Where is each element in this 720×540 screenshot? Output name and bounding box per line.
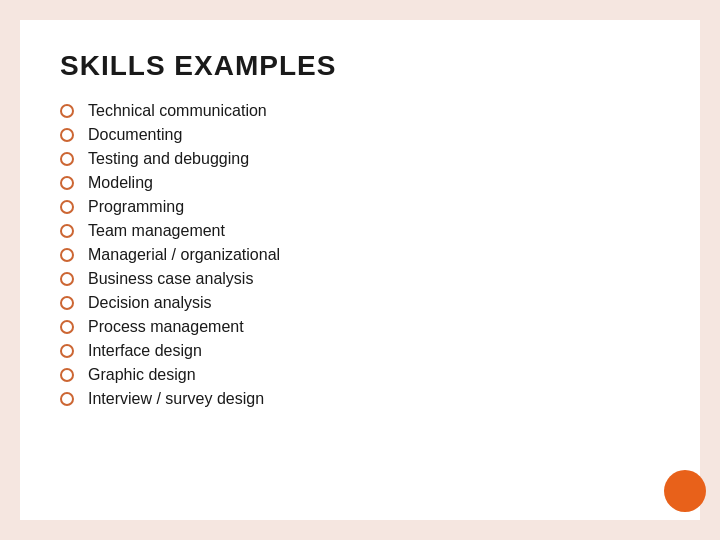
- list-item: Interface design: [60, 342, 660, 360]
- skill-label: Interface design: [88, 342, 202, 360]
- list-item: Decision analysis: [60, 294, 660, 312]
- skill-label: Technical communication: [88, 102, 267, 120]
- list-item: Testing and debugging: [60, 150, 660, 168]
- bullet-icon: [60, 272, 74, 286]
- bullet-icon: [60, 368, 74, 382]
- bullet-icon: [60, 392, 74, 406]
- list-item: Business case analysis: [60, 270, 660, 288]
- skill-label: Programming: [88, 198, 184, 216]
- skills-list: Technical communicationDocumentingTestin…: [60, 102, 660, 408]
- skill-label: Documenting: [88, 126, 182, 144]
- skill-label: Managerial / organizational: [88, 246, 280, 264]
- bullet-icon: [60, 224, 74, 238]
- bullet-icon: [60, 296, 74, 310]
- bullet-icon: [60, 176, 74, 190]
- skill-label: Testing and debugging: [88, 150, 249, 168]
- bullet-icon: [60, 128, 74, 142]
- skill-label: Decision analysis: [88, 294, 212, 312]
- skill-label: Business case analysis: [88, 270, 253, 288]
- slide: SKILLS EXAMPLES Technical communicationD…: [20, 20, 700, 520]
- bullet-icon: [60, 200, 74, 214]
- list-item: Graphic design: [60, 366, 660, 384]
- skill-label: Process management: [88, 318, 244, 336]
- skill-label: Team management: [88, 222, 225, 240]
- list-item: Team management: [60, 222, 660, 240]
- list-item: Technical communication: [60, 102, 660, 120]
- skill-label: Graphic design: [88, 366, 196, 384]
- skill-label: Interview / survey design: [88, 390, 264, 408]
- bullet-icon: [60, 320, 74, 334]
- bullet-icon: [60, 344, 74, 358]
- list-item: Interview / survey design: [60, 390, 660, 408]
- bullet-icon: [60, 104, 74, 118]
- list-item: Programming: [60, 198, 660, 216]
- bullet-icon: [60, 152, 74, 166]
- decorative-circle: [664, 470, 706, 512]
- slide-title: SKILLS EXAMPLES: [60, 50, 660, 82]
- skill-label: Modeling: [88, 174, 153, 192]
- list-item: Managerial / organizational: [60, 246, 660, 264]
- bullet-icon: [60, 248, 74, 262]
- list-item: Modeling: [60, 174, 660, 192]
- list-item: Documenting: [60, 126, 660, 144]
- list-item: Process management: [60, 318, 660, 336]
